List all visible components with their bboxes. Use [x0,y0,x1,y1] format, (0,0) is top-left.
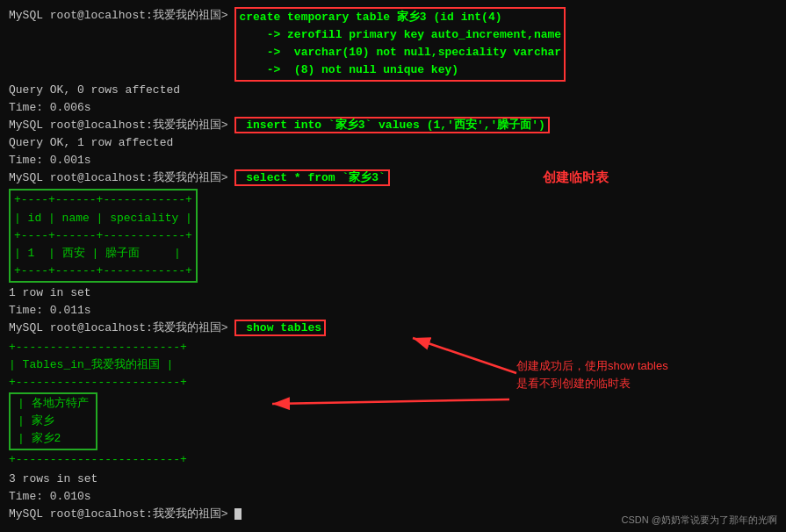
watermark: CSDN @奶奶常说要为了那年的光啊 [622,514,777,527]
show-row-3: | 家乡2 [18,430,89,448]
query-ok-1: Query OK, 0 rows affected [9,82,777,99]
table-border-mid: +----+------+------------+ [14,227,192,245]
cmd-create-3: -> varchar(10) not null,speciality varch… [239,44,561,61]
row-in-set-1: 1 row in set [9,284,777,302]
prompt-show: MySQL root@localhost:我爱我的祖国> [9,321,234,334]
annotation-show-tables-1: 创建成功后，使用show tables [516,358,668,374]
cmd-insert: insert into `家乡3` values (1,'西安','臊子面') [246,119,545,132]
show-border-bot: +------------------------+ [9,451,777,469]
time-3: Time: 0.011s [9,302,777,320]
table-header: | id | name | speciality | [14,210,192,227]
time-1: Time: 0.006s [9,99,777,117]
table-border-top: +----+------+------------+ [14,191,192,209]
prompt-line1: MySQL root@localhost:我爱我的祖国> [9,9,234,22]
cmd-create-2: -> zerofill primary key auto_increment,n… [239,26,561,44]
show-row-1: | 各地方特产 [18,395,89,413]
show-border-top: +------------------------+ [9,339,777,356]
cmd-show-tables: show tables [246,321,321,334]
table-border-bot: +----+------+------------+ [14,262,192,280]
prompt-select: MySQL root@localhost:我爱我的祖国> [9,171,234,184]
show-row-2: | 家乡 [18,413,89,430]
cmd-create: create temporary table 家乡3 (id int(4) [239,9,561,26]
prompt-insert: MySQL root@localhost:我爱我的祖国> [9,119,234,132]
query-ok-2: Query OK, 1 row affected [9,134,777,152]
time-2: Time: 0.001s [9,152,777,169]
cmd-select: select * from `家乡3` [246,171,386,184]
prompt-final: MySQL root@localhost:我爱我的祖国> [9,507,234,521]
rows-in-set-3: 3 rows in set [9,471,777,488]
time-4: Time: 0.010s [9,488,777,506]
terminal: MySQL root@localhost:我爱我的祖国> create temp… [0,0,786,532]
cmd-create-4: -> (8) not null unique key) [239,61,561,79]
annotation-show-tables-2: 是看不到创建的临时表 [516,376,631,392]
annotation-create-temp: 创建临时表 [543,169,609,186]
cursor [234,508,242,520]
table-row-1: | 1 | 西安 | 臊子面 | [14,245,192,262]
show-border-mid: +------------------------+ [9,374,777,392]
